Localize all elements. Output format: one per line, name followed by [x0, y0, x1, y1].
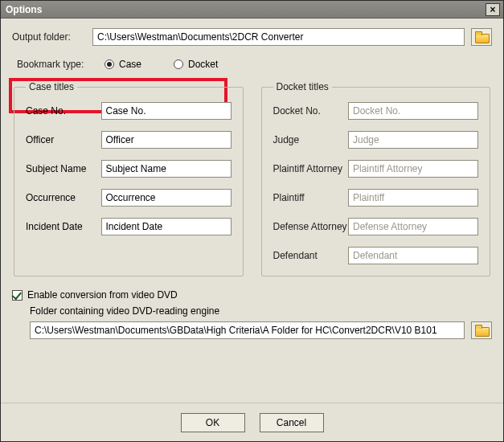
defense-attorney-row: Defense Attorney: [273, 218, 479, 235]
ok-button[interactable]: OK: [181, 413, 245, 432]
bookmark-type-radio-group: Case Docket: [104, 59, 218, 70]
defendant-input: [348, 247, 478, 264]
incident-date-input[interactable]: [101, 218, 232, 235]
browse-dvd-folder-button[interactable]: [471, 321, 492, 339]
folder-icon: [475, 325, 488, 335]
output-folder-row: Output folder:: [12, 28, 492, 46]
case-titles-legend: Case titles: [26, 81, 77, 92]
output-folder-input[interactable]: [92, 28, 465, 46]
folder-icon: [475, 32, 488, 42]
case-no-row: Case No.: [26, 102, 232, 120]
dialog-content: Output folder: Bookmark type: Case Docke…: [1, 18, 503, 403]
subject-name-input[interactable]: [101, 160, 232, 178]
incident-date-row: Incident Date: [26, 218, 232, 235]
radio-icon: [104, 59, 114, 69]
defendant-row: Defendant: [273, 247, 479, 264]
bookmark-type-row: Bookmark type: Case Docket: [12, 54, 492, 75]
occurrence-input[interactable]: [101, 189, 232, 207]
enable-dvd-checkbox[interactable]: [12, 290, 23, 301]
dvd-section: Enable conversion from video DVD Folder …: [12, 289, 492, 339]
subject-name-label: Subject Name: [26, 163, 101, 174]
radio-label: Docket: [188, 59, 218, 70]
judge-label: Judge: [273, 134, 349, 145]
docket-no-label: Docket No.: [273, 105, 349, 117]
plaintiff-attorney-input: [348, 160, 478, 178]
close-button[interactable]: ×: [486, 3, 500, 16]
plaintiff-attorney-label: Plaintiff Attorney: [273, 163, 349, 174]
occurrence-label: Occurrence: [26, 192, 101, 203]
plaintiff-row: Plaintiff: [273, 189, 479, 207]
officer-input[interactable]: [101, 131, 232, 149]
docket-titles-group: Docket titles Docket No. Judge Plaintiff…: [261, 81, 491, 276]
dvd-folder-label: Folder containing video DVD-reading engi…: [30, 305, 492, 317]
docket-titles-legend: Docket titles: [273, 81, 332, 92]
titlebar: Options ×: [1, 1, 503, 18]
case-no-label: Case No.: [26, 105, 101, 117]
officer-row: Officer: [26, 131, 232, 149]
button-bar: OK Cancel: [1, 403, 503, 441]
plaintiff-attorney-row: Plaintiff Attorney: [273, 160, 479, 178]
close-icon: ×: [490, 5, 495, 14]
bookmark-type-docket-radio[interactable]: Docket: [174, 59, 218, 70]
bookmark-type-label: Bookmark type:: [17, 59, 101, 70]
judge-row: Judge: [273, 131, 479, 149]
occurrence-row: Occurrence: [26, 189, 232, 207]
case-no-input[interactable]: [101, 102, 232, 120]
options-dialog: Options × Output folder: Bookmark type: …: [0, 0, 504, 442]
dvd-folder-row: [30, 321, 492, 339]
enable-dvd-row: Enable conversion from video DVD: [12, 289, 492, 301]
bookmark-type-case-radio[interactable]: Case: [104, 59, 141, 70]
radio-icon: [174, 59, 183, 69]
docket-no-row: Docket No.: [273, 102, 479, 120]
plaintiff-input: [348, 189, 478, 207]
incident-date-label: Incident Date: [26, 221, 101, 232]
dvd-folder-input[interactable]: [30, 321, 465, 339]
defense-attorney-label: Defense Attorney: [273, 221, 349, 232]
title-groups: Case titles Case No. Officer Subject Nam…: [12, 81, 492, 276]
enable-dvd-label: Enable conversion from video DVD: [27, 289, 178, 301]
output-folder-label: Output folder:: [12, 31, 92, 43]
browse-output-folder-button[interactable]: [471, 28, 492, 46]
subject-name-row: Subject Name: [26, 160, 232, 178]
cancel-button[interactable]: Cancel: [260, 413, 324, 432]
radio-label: Case: [119, 59, 141, 70]
case-titles-group: Case titles Case No. Officer Subject Nam…: [14, 81, 244, 276]
window-title: Options: [6, 4, 486, 15]
docket-no-input: [348, 102, 478, 120]
defense-attorney-input: [348, 218, 478, 235]
plaintiff-label: Plaintiff: [273, 192, 349, 203]
defendant-label: Defendant: [273, 250, 349, 261]
officer-label: Officer: [26, 134, 101, 145]
judge-input: [348, 131, 478, 149]
